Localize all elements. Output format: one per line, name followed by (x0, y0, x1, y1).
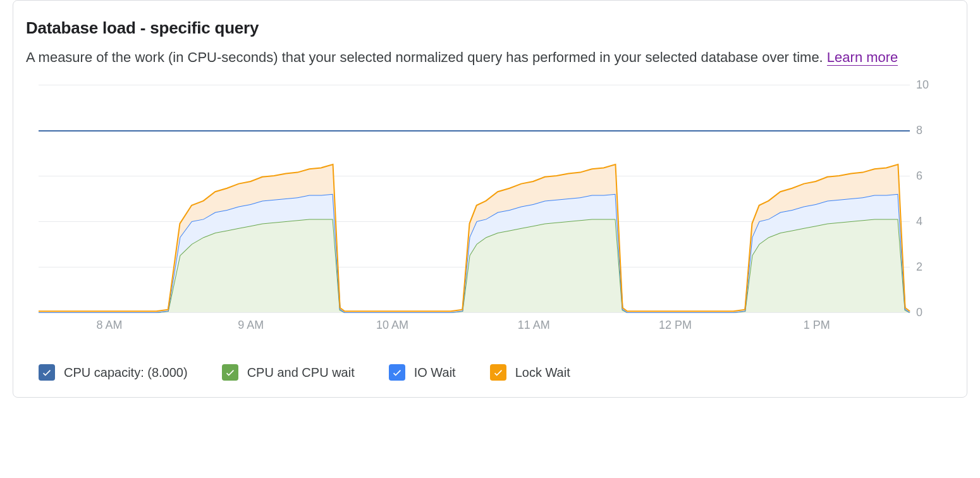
legend-item-cpu-capacity[interactable]: CPU capacity: (8.000) (39, 364, 188, 381)
chart-subtitle-text: A measure of the work (in CPU-seconds) t… (26, 49, 827, 65)
x-axis-tick: 8 AM (96, 319, 122, 332)
checkbox-icon (389, 364, 405, 381)
x-axis-tick: 12 PM (659, 319, 692, 332)
legend-label: CPU and CPU wait (247, 365, 355, 380)
legend-label: CPU capacity: (8.000) (64, 365, 188, 380)
legend-item-cpu-wait[interactable]: CPU and CPU wait (222, 364, 355, 381)
checkbox-icon (222, 364, 238, 381)
chart-plot: 0246810 (39, 85, 910, 312)
chart-card: Database load - specific query A measure… (13, 0, 967, 398)
legend-item-io-wait[interactable]: IO Wait (389, 364, 456, 381)
chart-area: 0246810 8 AM9 AM10 AM11 AM12 PM1 PM (26, 85, 954, 338)
legend-label: Lock Wait (515, 365, 570, 380)
x-axis-tick: 1 PM (804, 319, 830, 332)
chart-x-axis: 8 AM9 AM10 AM11 AM12 PM1 PM (39, 319, 910, 338)
chart-title: Database load - specific query (26, 18, 954, 38)
chart-subtitle: A measure of the work (in CPU-seconds) t… (26, 47, 930, 68)
gridline (39, 312, 910, 313)
y-axis-tick: 4 (916, 215, 941, 228)
y-axis-tick: 8 (916, 124, 941, 137)
legend-item-lock-wait[interactable]: Lock Wait (490, 364, 570, 381)
x-axis-tick: 9 AM (238, 319, 264, 332)
learn-more-link[interactable]: Learn more (827, 49, 898, 66)
legend-label: IO Wait (414, 365, 456, 380)
x-axis-tick: 10 AM (376, 319, 408, 332)
checkbox-icon (39, 364, 55, 381)
x-axis-tick: 11 AM (518, 319, 550, 332)
chart-legend: CPU capacity: (8.000) CPU and CPU wait I… (26, 364, 954, 381)
y-axis-tick: 6 (916, 169, 941, 183)
y-axis-tick: 0 (916, 306, 941, 319)
y-axis-tick: 2 (916, 260, 941, 274)
y-axis-tick: 10 (916, 78, 941, 92)
chart-svg (39, 85, 910, 312)
checkbox-icon (490, 364, 506, 381)
